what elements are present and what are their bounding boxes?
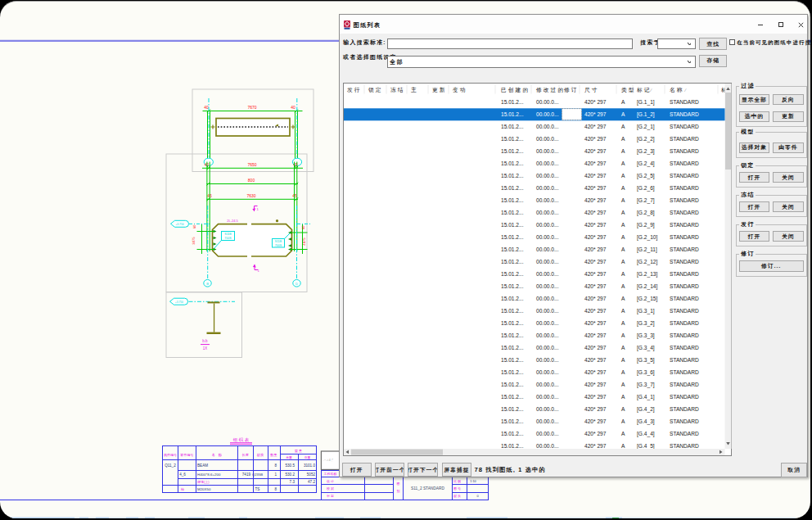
svg-text:A: A xyxy=(621,222,625,228)
svg-text:[G.2_9]: [G.2_9] xyxy=(637,222,655,228)
svg-text:尺寸: 尺寸 xyxy=(584,87,599,93)
svg-text:[G.3_2]: [G.3_2] xyxy=(637,320,655,327)
svg-text:00.00.0...: 00.00.0... xyxy=(536,124,559,129)
svg-text:发行: 发行 xyxy=(347,87,362,93)
svg-text:00.00.0...: 00.00.0... xyxy=(536,259,559,265)
svg-text:15.01.2...: 15.01.2... xyxy=(501,197,524,203)
svg-text:+3.750: +3.750 xyxy=(175,223,183,226)
svg-text:焊缝(上): 焊缝(上) xyxy=(197,480,210,484)
svg-text:STANDARD: STANDARD xyxy=(670,431,699,436)
svg-text:STANDARD: STANDARD xyxy=(670,222,699,228)
svg-text:420* 297: 420* 297 xyxy=(584,320,607,326)
svg-text:锁定: 锁定 xyxy=(368,87,383,93)
svg-text:420* 297: 420* 297 xyxy=(584,99,607,105)
svg-text:[G.4_4]: [G.4_4] xyxy=(637,431,655,437)
svg-text:STANDARD: STANDARD xyxy=(670,443,699,449)
svg-text:00.00.0...: 00.00.0... xyxy=(536,222,559,228)
svg-text:BEAM: BEAM xyxy=(197,463,208,468)
svg-text:00.00.0...: 00.00.0... xyxy=(536,197,559,203)
svg-text:47.2: 47.2 xyxy=(308,480,315,484)
svg-text:A: A xyxy=(621,99,625,105)
svg-text:420* 297: 420* 297 xyxy=(584,124,607,129)
svg-text:A: A xyxy=(621,197,625,203)
svg-text:1X: 1X xyxy=(203,346,208,350)
svg-text:构件编号: 构件编号 xyxy=(164,453,177,458)
svg-text:名 称: 名 称 xyxy=(212,453,223,457)
svg-text:零件编号: 零件编号 xyxy=(180,453,193,457)
svg-text:STANDARD: STANDARD xyxy=(670,185,699,191)
svg-text:1:10: 1:10 xyxy=(470,480,476,483)
svg-text:00.00.0...: 00.00.0... xyxy=(536,283,559,289)
svg-text:STANDARD: STANDARD xyxy=(670,246,699,252)
svg-text:15.01.2...: 15.01.2... xyxy=(501,357,524,363)
svg-text:A: A xyxy=(621,185,625,191)
svg-text:00.00.0...: 00.00.0... xyxy=(536,431,559,436)
svg-text:[G.4_2]: [G.4_2] xyxy=(637,406,655,413)
svg-text:STANDARD: STANDARD xyxy=(670,308,699,314)
svg-text:530.5: 530.5 xyxy=(286,463,295,468)
svg-text:[G.3_3]: [G.3_3] xyxy=(637,332,655,339)
svg-text:STANDARD: STANDARD xyxy=(670,136,699,142)
svg-text:15.01.2...: 15.01.2... xyxy=(501,111,524,117)
svg-text:420* 297: 420* 297 xyxy=(584,271,607,277)
svg-text:8: 8 xyxy=(274,487,277,491)
svg-text:15.01.2...: 15.01.2... xyxy=(501,222,524,228)
svg-text:更新: 更新 xyxy=(432,87,447,93)
svg-text:STANDARD: STANDARD xyxy=(670,357,699,363)
svg-text:00.00.0...: 00.00.0... xyxy=(536,136,559,142)
svg-text:STANDARD: STANDARD xyxy=(670,259,699,265)
svg-text:420* 297: 420* 297 xyxy=(584,394,607,400)
svg-text:Q235B: Q235B xyxy=(252,473,263,477)
svg-text:00.00.0...: 00.00.0... xyxy=(536,332,559,338)
svg-text:+3.750: +3.750 xyxy=(175,301,183,304)
svg-text:15.01.2...: 15.01.2... xyxy=(501,418,524,424)
svg-text:00.00.0...: 00.00.0... xyxy=(536,246,559,252)
svg-text:材 质: 材 质 xyxy=(453,494,461,499)
svg-text:530.2: 530.2 xyxy=(286,473,295,477)
svg-text:A: A xyxy=(621,271,625,277)
svg-text:STANDARD: STANDARD xyxy=(670,406,699,412)
svg-text:800: 800 xyxy=(248,178,255,183)
svg-text:主: 主 xyxy=(411,87,418,93)
svg-text:00.00.0...: 00.00.0... xyxy=(536,271,559,277)
svg-text:00.00.0...: 00.00.0... xyxy=(536,296,559,301)
svg-text:420* 297: 420* 297 xyxy=(584,283,607,289)
svg-text:[G.3_7]: [G.3_7] xyxy=(637,382,655,388)
svg-text:8: 8 xyxy=(274,463,277,468)
svg-text:STANDARD: STANDARD xyxy=(670,197,699,203)
svg-text:S11B: S11B xyxy=(224,233,232,236)
svg-text:3101.0: 3101.0 xyxy=(304,463,315,468)
svg-text:A: A xyxy=(621,136,625,142)
svg-text:420* 297: 420* 297 xyxy=(584,185,607,191)
svg-text:变动: 变动 xyxy=(452,87,467,93)
svg-text:STANDARD: STANDARD xyxy=(670,161,699,166)
svg-text:4_6: 4_6 xyxy=(179,473,186,477)
svg-text:420* 297: 420* 297 xyxy=(584,382,607,387)
svg-text:420* 297: 420* 297 xyxy=(584,418,607,424)
svg-text:7650: 7650 xyxy=(247,162,256,167)
svg-text:1: 1 xyxy=(274,473,277,477)
svg-text:7670: 7670 xyxy=(247,105,256,110)
svg-text:栓: 栓 xyxy=(180,487,185,491)
svg-text:15.01.2...: 15.01.2... xyxy=(501,124,524,129)
svg-text:数量: 数量 xyxy=(270,453,277,457)
svg-text:A: A xyxy=(621,369,625,375)
svg-text:15.01.2...: 15.01.2... xyxy=(501,345,524,350)
svg-text:60: 60 xyxy=(192,224,196,228)
svg-text:STANDARD: STANDARD xyxy=(670,394,699,400)
svg-text:STANDARD: STANDARD xyxy=(670,283,699,289)
svg-text:[G.2_7]: [G.2_7] xyxy=(637,197,655,204)
svg-text:A: A xyxy=(621,173,625,179)
svg-text:00.00.0...: 00.00.0... xyxy=(536,173,559,179)
svg-text:00.00.0...: 00.00.0... xyxy=(536,443,559,449)
svg-text:420* 297: 420* 297 xyxy=(584,357,607,363)
svg-text:STANDARD: STANDARD xyxy=(670,210,699,215)
svg-text:STANDARD: STANDARD xyxy=(670,345,699,350)
svg-text:A: A xyxy=(621,161,625,166)
svg-text:STANDARD: STANDARD xyxy=(670,320,699,326)
svg-text:40: 40 xyxy=(291,105,295,110)
svg-text:冻结: 冻结 xyxy=(390,87,405,93)
svg-text:名称: 名称 xyxy=(670,87,684,93)
svg-text:标记: 标记 xyxy=(636,87,652,93)
svg-text:STANDARD: STANDARD xyxy=(670,369,699,375)
